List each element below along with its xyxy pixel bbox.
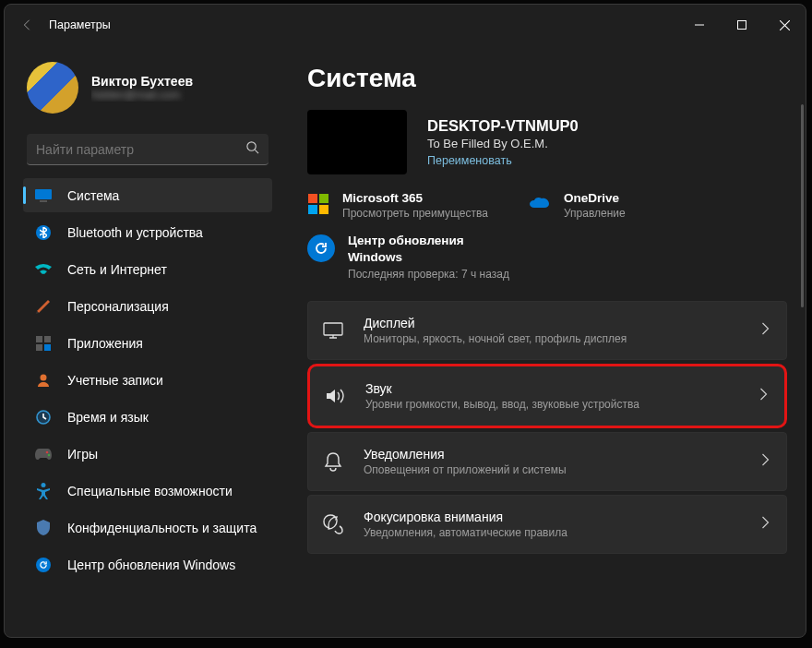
card-title: Дисплей: [364, 316, 761, 330]
sidebar-item-time[interactable]: Время и язык: [23, 400, 272, 434]
sidebar-item-label: Учетные записи: [67, 373, 163, 388]
tile-title: Microsoft 365: [342, 191, 488, 205]
update-icon: [34, 556, 53, 574]
card-notifications[interactable]: УведомленияОповещения от приложений и си…: [307, 432, 787, 491]
svg-point-1: [247, 142, 256, 150]
user-tile[interactable]: Виктор Бухтеев hidden@mail.com: [23, 45, 272, 125]
card-sub: Уведомления, автоматические правила: [364, 526, 761, 539]
notifications-icon: [321, 450, 345, 474]
svg-point-11: [48, 453, 51, 456]
accounts-icon: [34, 371, 53, 390]
apps-icon: [34, 334, 53, 353]
bluetooth-icon: [34, 223, 53, 242]
card-title: Фокусировка внимания: [364, 510, 761, 524]
accessibility-icon: [34, 482, 53, 500]
tile-sub: Просмотреть преимущества: [342, 207, 488, 220]
sidebar-item-gaming[interactable]: Игры: [23, 437, 272, 471]
sound-icon: [323, 384, 347, 408]
svg-rect-4: [36, 336, 42, 342]
device-name: DESKTOP-VTNMUP0: [427, 117, 579, 135]
svg-point-8: [41, 374, 47, 380]
settings-window: Параметры Виктор Бухтеев hidden@mail.com: [4, 4, 806, 638]
privacy-icon: [34, 519, 53, 537]
sidebar-item-bluetooth[interactable]: Bluetooth и устройства: [23, 215, 272, 249]
sidebar: Виктор Бухтеев hidden@mail.com СистемаBl…: [5, 45, 281, 637]
tile-windows-update[interactable]: Центр обновления Windows Последняя прове…: [307, 233, 787, 281]
card-title: Звук: [365, 381, 759, 396]
sidebar-item-privacy[interactable]: Конфиденциальность и защита: [23, 510, 272, 545]
tile-microsoft-365[interactable]: Microsoft 365 Просмотреть преимущества: [307, 191, 508, 220]
sidebar-item-label: Персонализация: [67, 299, 169, 314]
microsoft-365-icon: [307, 193, 329, 215]
svg-rect-0: [738, 21, 746, 30]
tile-title: OneDrive: [564, 191, 626, 205]
search-icon: [245, 140, 259, 158]
card-display[interactable]: ДисплейМониторы, яркость, ночной свет, п…: [307, 301, 787, 360]
sidebar-item-update[interactable]: Центр обновления Windows: [23, 547, 272, 582]
onedrive-icon: [529, 193, 551, 215]
sidebar-item-accounts[interactable]: Учетные записи: [23, 363, 272, 397]
tile-sub: Последняя проверка: 7 ч назад: [348, 268, 509, 281]
window-title: Параметры: [49, 18, 111, 31]
network-icon: [34, 260, 53, 279]
sidebar-item-accessibility[interactable]: Специальные возможности: [23, 474, 272, 508]
tile-sub: Управление: [564, 207, 626, 220]
sidebar-item-network[interactable]: Сеть и Интернет: [23, 252, 272, 286]
svg-rect-14: [319, 194, 328, 203]
minimize-button[interactable]: [678, 11, 721, 39]
system-icon: [34, 186, 53, 205]
settings-card-list: ДисплейМониторы, яркость, ночной свет, п…: [307, 301, 787, 554]
device-thumbnail: [307, 110, 407, 174]
card-sub: Оповещения от приложений и системы: [364, 463, 761, 476]
svg-rect-16: [319, 205, 328, 214]
chevron-right-icon: [761, 516, 770, 533]
chevron-right-icon: [759, 388, 768, 404]
svg-rect-3: [40, 200, 47, 202]
sidebar-item-label: Bluetooth и устройства: [67, 225, 203, 240]
card-focus[interactable]: Фокусировка вниманияУведомления, автомат…: [307, 495, 787, 554]
page-title: Система: [307, 64, 787, 93]
svg-rect-15: [308, 205, 317, 214]
card-title: Уведомления: [364, 447, 761, 462]
user-name: Виктор Бухтеев: [91, 74, 193, 89]
svg-rect-13: [308, 194, 317, 203]
svg-rect-5: [44, 336, 51, 342]
tile-onedrive[interactable]: OneDrive Управление: [529, 191, 730, 220]
windows-update-icon: [307, 234, 335, 262]
user-email: hidden@mail.com: [91, 89, 193, 102]
chevron-right-icon: [761, 322, 770, 339]
sidebar-item-label: Приложения: [67, 336, 143, 351]
back-button[interactable]: [14, 12, 40, 38]
device-subtitle: To Be Filled By O.E.M.: [427, 137, 579, 150]
titlebar: Параметры: [5, 5, 806, 45]
sidebar-item-label: Игры: [67, 447, 98, 462]
sidebar-item-label: Сеть и Интернет: [67, 262, 167, 277]
svg-rect-7: [44, 344, 51, 351]
main-content: Система DESKTOP-VTNMUP0 To Be Filled By …: [281, 45, 806, 637]
close-button[interactable]: [763, 11, 806, 39]
avatar: [27, 62, 78, 114]
search-input[interactable]: [36, 142, 245, 157]
gaming-icon: [34, 445, 53, 463]
focus-icon: [321, 512, 345, 536]
sidebar-item-label: Конфиденциальность и защита: [67, 521, 257, 535]
scrollbar[interactable]: [801, 104, 804, 307]
sidebar-item-apps[interactable]: Приложения: [23, 326, 272, 360]
card-sub: Мониторы, яркость, ночной свет, профиль …: [364, 332, 761, 345]
sidebar-item-label: Центр обновления Windows: [67, 558, 235, 572]
chevron-right-icon: [761, 453, 770, 470]
sidebar-item-label: Система: [67, 188, 119, 203]
card-sub: Уровни громкости, вывод, ввод, звуковые …: [365, 398, 759, 411]
rename-link[interactable]: Переименовать: [427, 154, 579, 167]
svg-point-10: [46, 450, 49, 453]
sidebar-item-personalization[interactable]: Персонализация: [23, 289, 272, 323]
sidebar-item-label: Время и язык: [67, 410, 149, 425]
card-sound[interactable]: ЗвукУровни громкости, вывод, ввод, звуко…: [307, 364, 787, 428]
time-icon: [34, 408, 53, 426]
maximize-button[interactable]: [721, 11, 763, 39]
svg-rect-2: [35, 189, 52, 199]
search-box[interactable]: [27, 134, 269, 165]
display-icon: [321, 318, 345, 342]
nav-list: СистемаBluetooth и устройстваСеть и Инте…: [23, 178, 272, 582]
sidebar-item-system[interactable]: Система: [23, 178, 272, 212]
